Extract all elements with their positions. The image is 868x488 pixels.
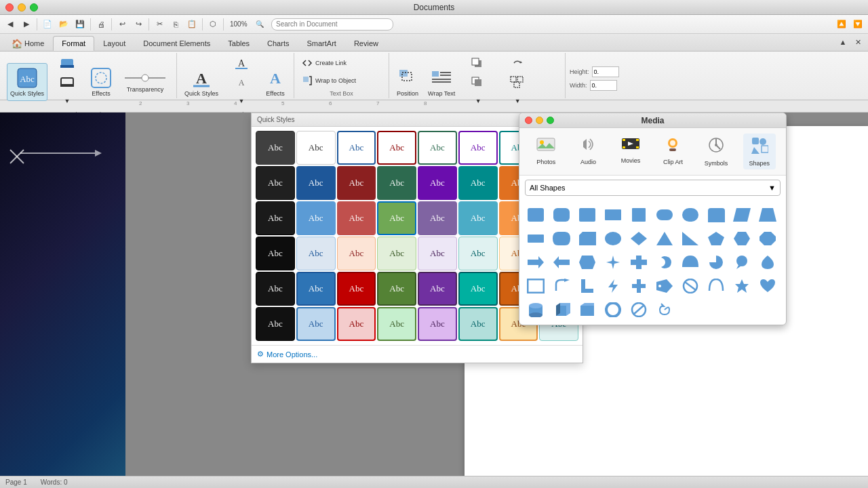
- shape-callout-circle[interactable]: [731, 251, 753, 273]
- style-item-red-fill[interactable]: Abc: [337, 166, 376, 200]
- shape-diamond[interactable]: [628, 228, 650, 249]
- close-button[interactable]: [5, 3, 14, 12]
- shape-ban[interactable]: [628, 299, 650, 321]
- shape-pie[interactable]: [705, 251, 727, 273]
- shape-parallelogram[interactable]: [731, 204, 753, 226]
- tab-charts[interactable]: Charts: [258, 36, 298, 51]
- media-tool-movies[interactable]: Movies: [614, 134, 647, 169]
- style-item-mid-blue[interactable]: Abc: [296, 272, 336, 306]
- style-item-dark-1[interactable]: Abc: [256, 131, 295, 165]
- ribbon-close-button[interactable]: ✕: [850, 35, 865, 49]
- forward-button[interactable]: ▶: [19, 17, 34, 32]
- width-input[interactable]: [590, 80, 617, 91]
- style-item-teal-fill[interactable]: Abc: [458, 166, 498, 200]
- shape-effects-dropdown[interactable]: ▼: [50, 92, 84, 110]
- style-item-light-red[interactable]: Abc: [337, 201, 376, 235]
- style-item-highlight-blue[interactable]: Abc: [296, 307, 336, 341]
- shape-star-4[interactable]: [602, 251, 624, 273]
- style-item-green-border[interactable]: Abc: [418, 131, 457, 165]
- shape-rounded-rect-3[interactable]: [654, 204, 675, 226]
- arrange-front-button[interactable]: [461, 54, 495, 72]
- expand-ribbon-button[interactable]: 🔽: [850, 17, 865, 32]
- style-item-blue-border[interactable]: Abc: [337, 131, 376, 165]
- tab-smartart[interactable]: SmartArt: [298, 36, 344, 51]
- style-item-pale-teal[interactable]: Abc: [458, 237, 498, 270]
- style-item-mid-green[interactable]: Abc: [377, 272, 416, 306]
- shape-cylinder[interactable]: [525, 299, 547, 321]
- shape-tag[interactable]: [654, 275, 675, 297]
- style-item-blue-fill[interactable]: Abc: [296, 166, 336, 200]
- open-button[interactable]: 📂: [56, 17, 71, 32]
- shape-semicircle[interactable]: [679, 251, 701, 273]
- shape-pentagon[interactable]: [705, 228, 727, 249]
- style-item-dark-3[interactable]: Abc: [256, 201, 295, 235]
- shape-outline-button[interactable]: [50, 73, 84, 91]
- print-button[interactable]: 🖨: [94, 17, 108, 32]
- shape-teardrop[interactable]: [757, 251, 778, 273]
- copy-button[interactable]: ⎘: [168, 17, 183, 32]
- tab-layout[interactable]: Layout: [94, 36, 134, 51]
- shape-rounded-rect-4[interactable]: [679, 204, 701, 226]
- wrap-to-object-button[interactable]: Wrap to Object: [298, 73, 384, 88]
- style-item-pale-purple[interactable]: Abc: [418, 237, 457, 270]
- undo-button[interactable]: ↩: [115, 17, 130, 32]
- style-item-mid-purple[interactable]: Abc: [418, 272, 457, 306]
- shape-arrow-trapezoid[interactable]: [576, 251, 598, 273]
- style-item-highlight-green[interactable]: Abc: [377, 307, 416, 341]
- shape-plus[interactable]: [628, 275, 650, 297]
- shape-rounded-rect-2[interactable]: [551, 204, 572, 226]
- style-item-dark-6[interactable]: Abc: [256, 307, 295, 341]
- style-item-highlight-teal[interactable]: Abc: [458, 307, 498, 341]
- text-style-1[interactable]: A: [224, 54, 258, 72]
- shape-tab[interactable]: [705, 204, 727, 226]
- style-item-highlight-red[interactable]: Abc: [337, 307, 376, 341]
- media-close-button[interactable]: [525, 117, 532, 124]
- group-button[interactable]: [500, 73, 534, 91]
- shape-arrow-right[interactable]: [525, 251, 547, 273]
- style-item-light-purple[interactable]: Abc: [418, 201, 457, 235]
- shape-star-5[interactable]: [731, 275, 753, 297]
- tab-home[interactable]: 🏠 Home: [3, 36, 53, 51]
- shape-box[interactable]: [576, 299, 598, 321]
- collapse-ribbon-button[interactable]: 🔼: [834, 17, 849, 32]
- cut-button[interactable]: ✂: [152, 17, 167, 32]
- style-item-pale-red[interactable]: Abc: [337, 237, 376, 270]
- arrange-back-button[interactable]: [461, 73, 495, 91]
- quick-styles-shape-button[interactable]: Abc Quick Styles: [7, 63, 47, 101]
- media-minimize-button[interactable]: [536, 117, 543, 124]
- shape-cube[interactable]: [551, 299, 572, 321]
- search-input[interactable]: [271, 18, 393, 30]
- style-item-light-teal[interactable]: Abc: [458, 201, 498, 235]
- ribbon-toggle-button[interactable]: ▲: [835, 35, 850, 49]
- shape-snip-rect[interactable]: [576, 228, 598, 249]
- style-item-purple-border[interactable]: Abc: [458, 131, 498, 165]
- more-options-button[interactable]: ⚙ More Options...: [252, 345, 583, 363]
- shape-lightning[interactable]: [602, 275, 624, 297]
- shape-triangle[interactable]: [654, 228, 675, 249]
- shape-rect-2[interactable]: [602, 204, 624, 226]
- style-item-mid-teal[interactable]: Abc: [458, 272, 498, 306]
- style-item-pale-green[interactable]: Abc: [377, 237, 416, 270]
- style-item-purple-fill[interactable]: Abc: [418, 166, 457, 200]
- paste-button[interactable]: 📋: [184, 17, 199, 32]
- shape-stadium[interactable]: [551, 228, 572, 249]
- text-style-2[interactable]: A: [224, 73, 258, 91]
- media-tool-audio[interactable]: Audio: [572, 134, 605, 169]
- shape-ring[interactable]: [602, 299, 624, 321]
- shape-arrow-left[interactable]: [551, 251, 572, 273]
- shape-trapezoid[interactable]: [757, 204, 778, 226]
- text-effects-button[interactable]: A Effects: [261, 63, 290, 101]
- rotate-button[interactable]: [500, 54, 534, 72]
- maximize-button[interactable]: [30, 3, 38, 12]
- shape-cross[interactable]: [628, 251, 650, 273]
- style-item-red-border[interactable]: Abc: [377, 131, 416, 165]
- wrap-text-button[interactable]: Wrap Text: [425, 63, 458, 101]
- style-item-dark-2[interactable]: Abc: [256, 166, 295, 200]
- tab-tables[interactable]: Tables: [219, 36, 258, 51]
- shape-circle[interactable]: [602, 228, 624, 249]
- shape-arc[interactable]: [705, 275, 727, 297]
- shape-octagon[interactable]: [757, 228, 778, 249]
- minimize-button[interactable]: [18, 3, 26, 12]
- media-maximize-button[interactable]: [547, 117, 554, 124]
- media-tool-photos[interactable]: Photos: [530, 134, 562, 169]
